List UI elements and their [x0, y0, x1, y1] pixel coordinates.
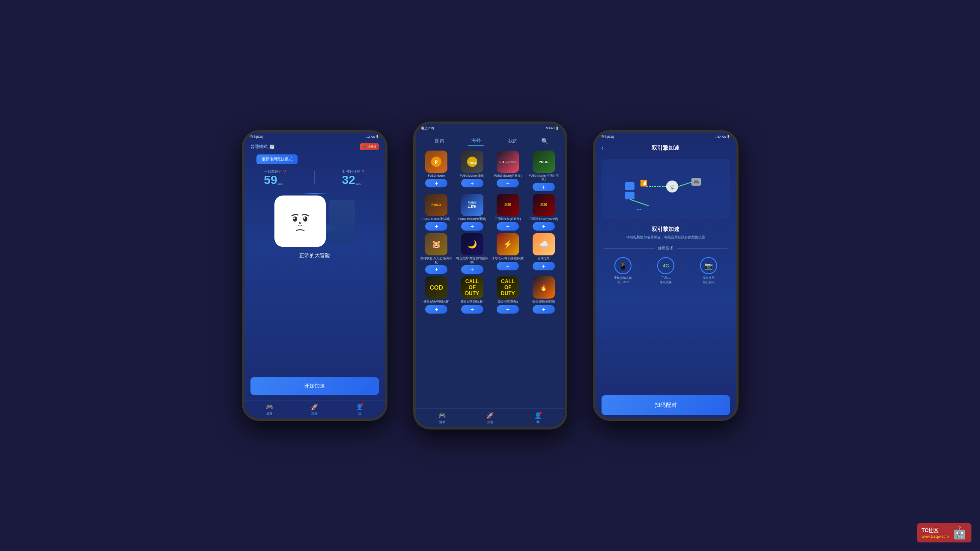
svg-line-13 — [630, 199, 649, 206]
queue-stat: ⏱ 预计排至 ❓ 32 ms — [342, 169, 365, 186]
nav-profile-2[interactable]: 👤 我 — [534, 412, 542, 424]
connector-bar — [302, 193, 328, 194]
tab-overseas[interactable]: 海外 — [468, 136, 484, 146]
pubg2-add-btn[interactable]: + — [461, 179, 483, 187]
pubg3-add-btn[interactable]: + — [497, 179, 519, 187]
pubg1-add-btn[interactable]: + — [425, 179, 447, 187]
back-btn[interactable]: ‹ — [602, 144, 604, 152]
sanguo1-add-btn[interactable]: + — [497, 222, 519, 231]
cod2-add-btn[interactable]: + — [461, 305, 483, 314]
cloud-name: 云漠之奇 — [538, 257, 550, 260]
nav-boost-2[interactable]: 🚀 加速 — [486, 412, 494, 424]
nav-games-1[interactable]: 🎮 游戏 — [265, 403, 273, 416]
person-icon-1: 👤 — [356, 403, 363, 411]
profile-badge-2 — [539, 412, 542, 414]
p1-mode: 普通模式 🔄 — [250, 144, 274, 150]
latency-unit: ms — [278, 182, 283, 186]
games-grid: P PUBG Mobile + PBG PUBG Mobile(日韩) + LI… — [416, 148, 565, 409]
garena-icon: 🔥 — [533, 276, 555, 299]
phone-1: 电上|0:0| ...13K/s 🔋 普通模式 🔄 ➕ 抗疫情 推荐使用竞技模式 — [242, 130, 387, 421]
phone2-screen: 电上|0:0| ...9.4K/s 🔋 国内 海外 我的 🔍 P PUBG Mo… — [416, 124, 565, 427]
pubg-icon-1: P — [425, 151, 447, 173]
status-signal-3: ...9.4K/s 🔋 — [715, 135, 731, 139]
cod1-add-btn[interactable]: + — [425, 305, 447, 314]
pubg4-name: PUBG Mobile(中国台湾版) — [527, 174, 560, 181]
status-left-3: 电上|0:0| — [601, 134, 614, 139]
anti-btn[interactable]: ➕ 抗疫情 — [360, 143, 379, 150]
fantasy-add-btn[interactable]: + — [497, 262, 519, 270]
camera-req-icon: 📷 — [700, 257, 717, 274]
svg-text:📶: 📶 — [640, 180, 648, 187]
rocket-icon-2: 🚀 — [486, 412, 494, 419]
latency-help: ❓ — [283, 170, 287, 174]
watermark: TC社区 www.tcsqw.com 🤖 — [917, 523, 971, 542]
game-item-pubg2: PBG PUBG Mobile(日韩) + — [456, 151, 489, 191]
person-icon-2: 👤 — [534, 412, 542, 419]
nav-boost-label-1: 加速 — [311, 412, 317, 416]
game-controller-icon: 🎮 — [265, 403, 273, 411]
cloud-icon: ☁️ — [533, 233, 555, 255]
p3-page-title: 双引擎加速 — [652, 144, 679, 152]
status-signal-1: ...13K/s 🔋 — [365, 135, 380, 139]
4g-req-icon: 4G — [657, 257, 674, 274]
svg-rect-9 — [625, 182, 634, 190]
req-4g: 4G 开启4G络跃流量 — [657, 257, 674, 284]
pubg1-name: PUBG Mobile — [428, 174, 445, 178]
start-boost-btn[interactable]: 开始加速 — [250, 377, 379, 395]
game-item-cloud: ☁️ 云漠之奇 + — [527, 233, 560, 274]
game-avatar — [274, 196, 326, 247]
profile-badge-1 — [361, 403, 363, 406]
sanguo2-add-btn[interactable]: + — [533, 222, 555, 231]
scan-btn[interactable]: 扫码配对 — [602, 395, 730, 415]
pubg5-name: PUBG Mobile(测试版) — [423, 217, 450, 221]
status-bar-1: 电上|0:0| ...13K/s 🔋 — [244, 133, 385, 141]
nav-boost-1[interactable]: 🚀 加速 — [310, 403, 318, 416]
nav-profile-label-1: 我 — [358, 412, 361, 416]
tab-domestic[interactable]: 国内 — [432, 136, 448, 146]
nav-profile-label-2: 我 — [536, 420, 539, 424]
p1-bottom-nav: 🎮 游戏 🚀 加速 👤 我 — [244, 400, 385, 418]
queue-help: ❓ — [361, 170, 365, 174]
status-left-2: 电上|0:0| — [421, 126, 434, 130]
4g-req-label: 开启4G络跃流量 — [660, 276, 672, 284]
anti-icon: ➕ — [363, 145, 366, 148]
sanguo1-icon: 三国 — [497, 194, 519, 216]
garena-add-btn[interactable]: + — [533, 305, 555, 314]
game-item-pubg5: PUBG PUBG Mobile(测试版) + — [420, 194, 453, 231]
status-bar-2: 电上|0:0| ...9.4K/s 🔋 — [416, 124, 565, 132]
pubglite-icon: PUBG LIte — [461, 194, 483, 216]
boost-mode-btn[interactable]: 推荐使用竞技模式 — [256, 154, 298, 164]
pubglite-add-btn[interactable]: + — [461, 222, 483, 231]
cod2-icon: CALLOFDUTY — [461, 276, 483, 299]
lol-add-btn[interactable]: + — [425, 265, 447, 274]
anti-label: 抗疫情 — [367, 145, 376, 149]
req-camera: 📷 授权使用相机权限 — [700, 257, 717, 284]
game-item-dark: 🌙 电击文案:粤语发哔(国际服) + — [456, 233, 489, 274]
pubg4-add-btn[interactable]: + — [533, 183, 555, 191]
svg-rect-10 — [625, 192, 634, 199]
game-item-fantasy: ⚡ 传奇猎人-将长揍(国际服) + — [491, 233, 525, 274]
search-icon[interactable]: 🔍 — [541, 138, 548, 145]
spacer — [596, 288, 736, 392]
tab-mine[interactable]: 我的 — [505, 136, 521, 146]
dark-add-btn[interactable]: + — [461, 265, 483, 274]
feature-title: 双引擎加速 — [596, 225, 736, 233]
feature-desc: 辅助电脑情加速器加速，可能合并轻跃多数数据流量 — [596, 235, 736, 240]
game-item-cod2: CALLOFDUTY 使命召唤(国际服) + — [456, 276, 489, 313]
pubg5-add-btn[interactable]: + — [425, 222, 447, 231]
nav-profile-1[interactable]: 👤 我 — [356, 403, 363, 416]
game-item-pubg3: LITEGAMES PUBG Mobile(热服版) + — [491, 151, 525, 191]
svg-text:PBG: PBG — [468, 161, 476, 165]
nav-games-2[interactable]: 🎮 游戏 — [438, 412, 446, 424]
network-diagram-svg: 📶 4G 📡 — [623, 167, 709, 210]
cloud-add-btn[interactable]: + — [533, 262, 555, 270]
camera-req-label: 授权使用相机权限 — [703, 276, 715, 284]
game-name: 正常的大冒险 — [299, 252, 330, 259]
sanguo1-name: 三国群英传(台服版) — [495, 217, 521, 221]
pubg2-name: PUBG Mobile(日韩) — [460, 174, 485, 178]
cod3-icon: CALLOFDUTY — [497, 276, 519, 299]
cod3-add-btn[interactable]: + — [497, 305, 519, 314]
watermark-url: www.tcsqw.com — [921, 534, 949, 539]
watermark-brand: TC社区 — [921, 527, 949, 534]
phone-3: 电上|0:0| ...9.4K/s 🔋 ‹ 双引擎加速 📶 — [593, 130, 739, 421]
